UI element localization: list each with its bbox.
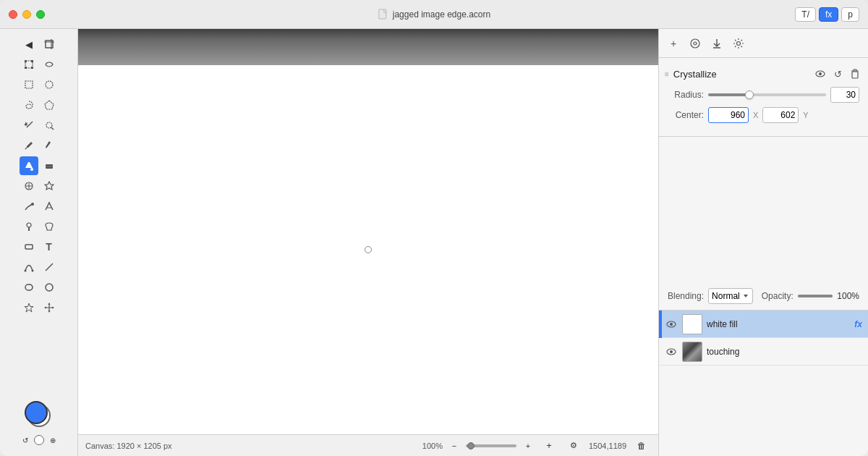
radius-row: Radius:	[668, 87, 859, 103]
burn-tool[interactable]	[40, 217, 59, 236]
heal-tool[interactable]	[40, 177, 59, 195]
color-tools-row: ↺ ⊕	[18, 433, 60, 447]
blending-mode-select[interactable]: Normal	[708, 288, 753, 304]
crop-tool[interactable]	[40, 35, 59, 54]
layer-item-touching[interactable]: touching	[659, 338, 868, 366]
rect-shape-tool[interactable]	[20, 237, 38, 256]
poly-lasso-tool[interactable]	[40, 96, 59, 114]
eyedropper-tool[interactable]	[20, 136, 38, 155]
svg-line-14	[51, 127, 54, 130]
transform-tool[interactable]	[20, 55, 38, 74]
minimize-button[interactable]	[22, 10, 31, 19]
statusbar-add-btn[interactable]: +	[540, 436, 558, 455]
filter-visible-btn[interactable]	[813, 67, 827, 81]
titlebar-center: jagged image edge.acorn	[378, 9, 490, 20]
filter-controls: Radius: Center: X Y	[659, 84, 868, 130]
star-tool[interactable]	[20, 298, 38, 317]
tool-row-11: T	[3, 237, 75, 256]
titlebar-actions: T/ fx p	[795, 7, 859, 22]
maximize-button[interactable]	[36, 10, 45, 19]
tool-row-12	[3, 258, 75, 276]
warp-tool[interactable]	[40, 55, 59, 74]
tool-row-3	[3, 75, 75, 94]
paint-bucket-tool[interactable]	[20, 156, 38, 175]
svg-line-29	[46, 263, 53, 271]
svg-point-38	[694, 42, 697, 45]
filter-toolbar: +	[659, 29, 868, 58]
dodge-tool[interactable]	[20, 217, 38, 236]
filter-refresh-btn[interactable]: ↺	[830, 67, 845, 81]
statusbar-settings[interactable]: ⚙	[564, 436, 583, 455]
svg-point-42	[819, 72, 822, 75]
filter-header: ≡ Crystallize ↺	[659, 64, 868, 84]
layer-visibility-white-fill[interactable]	[665, 318, 678, 331]
canvas-white	[78, 65, 658, 434]
close-button[interactable]	[9, 10, 17, 19]
canvas-area[interactable]: Canvas: 1920 × 1205 px 100% − + + ⚙ 1504…	[78, 29, 658, 456]
zoom-fit[interactable]: ⊕	[46, 433, 60, 447]
doc-icon	[378, 9, 389, 20]
svg-rect-30	[25, 284, 33, 290]
tool-row-2	[3, 55, 75, 74]
line-tool[interactable]	[40, 258, 59, 276]
eraser-tool[interactable]	[40, 156, 59, 175]
filter-add-btn[interactable]: +	[665, 35, 682, 52]
color-section: ↺ ⊕	[3, 398, 75, 450]
color-reset[interactable]: ↺	[18, 433, 33, 447]
lasso-tool[interactable]	[20, 96, 38, 114]
zoom-in-btn[interactable]: +	[522, 440, 534, 452]
layer-visibility-touching[interactable]	[665, 345, 678, 358]
window-controls	[9, 10, 45, 19]
magic-wand-tool[interactable]	[20, 116, 38, 135]
window-title: jagged image edge.acorn	[393, 9, 490, 20]
filter-settings-btn[interactable]	[730, 35, 747, 52]
circle-shape-tool[interactable]	[40, 278, 59, 297]
center-y-input[interactable]	[762, 107, 799, 123]
ellipse-select-tool[interactable]	[40, 75, 59, 94]
layer-name-white-fill: white fill	[707, 319, 850, 329]
layer-item-white-fill[interactable]: white fill fx	[659, 311, 868, 338]
ellipse-shape-tool[interactable]	[20, 278, 38, 297]
t-toolbar-button[interactable]: T/	[795, 7, 816, 22]
opacity-slider[interactable]	[798, 295, 833, 297]
svg-marker-33	[48, 303, 50, 305]
center-label: Center:	[668, 110, 704, 120]
background-color[interactable]	[25, 401, 48, 424]
p-toolbar-button[interactable]: p	[841, 7, 859, 22]
move-point-tool[interactable]	[40, 298, 59, 317]
text-tool[interactable]: T	[40, 237, 59, 256]
tool-row-6	[3, 136, 75, 155]
layer-container-white-fill: white fill fx	[659, 311, 868, 338]
filter-download-btn[interactable]	[708, 35, 726, 52]
svg-rect-7	[25, 67, 27, 69]
radius-slider[interactable]	[708, 93, 826, 96]
smudge-tool[interactable]	[20, 197, 38, 216]
canvas-top-edge	[78, 29, 658, 65]
svg-point-50	[670, 323, 673, 326]
center-x-input[interactable]	[708, 107, 749, 123]
pen-tool[interactable]	[40, 136, 59, 155]
sharpen-tool[interactable]	[40, 197, 59, 216]
arrow-tool[interactable]: ◀	[20, 35, 38, 54]
zoom-out-btn[interactable]: −	[448, 440, 460, 452]
filter-delete-btn[interactable]	[848, 67, 862, 81]
radius-input[interactable]	[830, 87, 859, 103]
toolbar: ◀	[0, 29, 78, 456]
layer-fx-white-fill[interactable]: fx	[854, 319, 862, 329]
zoom-slider[interactable]	[466, 444, 516, 447]
quick-select-tool[interactable]	[40, 116, 59, 135]
svg-rect-9	[25, 81, 33, 88]
tool-row-10	[3, 217, 75, 236]
tool-row-7	[3, 156, 75, 175]
rect-select-tool[interactable]	[20, 75, 38, 94]
blending-section: Blending: Normal Opacity: 100%	[659, 282, 868, 311]
tool-row-1: ◀	[3, 35, 75, 54]
statusbar-trash[interactable]: 🗑	[632, 436, 651, 455]
statusbar: Canvas: 1920 × 1205 px 100% − + + ⚙ 1504…	[78, 434, 658, 456]
filter-browse-btn[interactable]	[686, 35, 704, 52]
clone-tool[interactable]	[20, 177, 38, 195]
canvas-info: Canvas: 1920 × 1205 px	[85, 442, 172, 450]
right-panel: + ≡ Crystallize ↺	[658, 29, 868, 456]
path-tool[interactable]	[20, 258, 38, 276]
fx-toolbar-button[interactable]: fx	[819, 7, 838, 22]
